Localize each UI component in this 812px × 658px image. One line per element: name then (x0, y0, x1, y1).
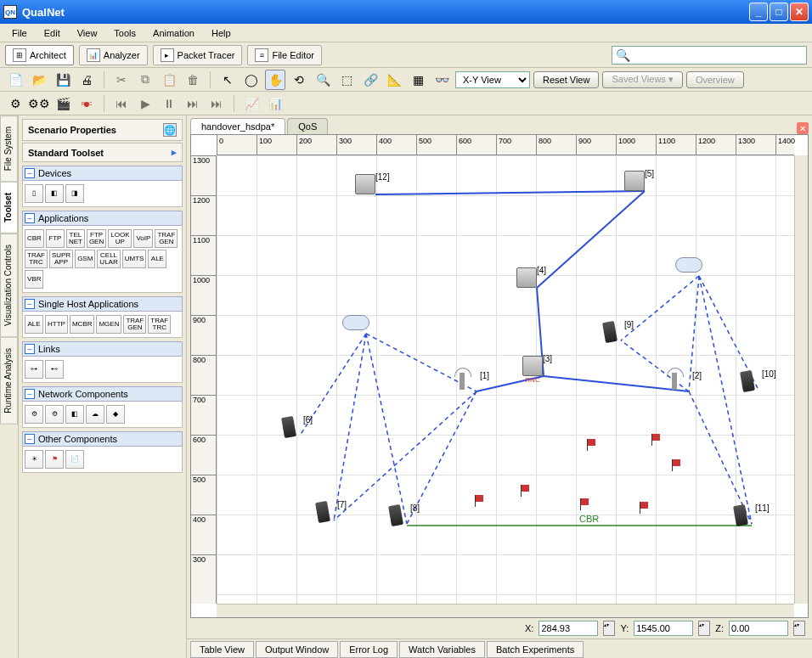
flag-4[interactable] (672, 459, 682, 471)
node-c2[interactable] (675, 257, 702, 273)
coord-z-input[interactable] (729, 621, 788, 636)
flag-6[interactable] (587, 439, 597, 451)
mode-analyzer[interactable]: 📊Analyzer (79, 45, 148, 65)
node-9[interactable]: [9] (604, 322, 616, 342)
clapper-button[interactable]: 🎬 (53, 93, 73, 114)
sidetab-visualization[interactable]: Visualization Controls (0, 233, 18, 337)
link-tool[interactable]: 🔗 (360, 70, 381, 90)
node-7[interactable]: [7] (317, 502, 329, 522)
menu-help[interactable]: Help (203, 26, 240, 40)
play-button[interactable]: ▶ (135, 93, 155, 114)
app-tool-VBR[interactable]: VBR (25, 270, 43, 289)
scenario-canvas[interactable]: 0100200300400500600700800900100011001200… (190, 134, 809, 618)
record-button[interactable]: ●REC (76, 93, 97, 114)
open-button[interactable]: 📂 (29, 70, 49, 90)
coord-x-input[interactable] (539, 621, 598, 636)
device-tool-1[interactable]: ▯ (25, 184, 43, 203)
grid-tool[interactable]: ▦ (408, 70, 428, 90)
pointer-tool[interactable]: ↖ (217, 70, 238, 90)
sh-tool-MCBR[interactable]: MCBR (70, 315, 95, 334)
other-header[interactable]: −Other Components (22, 431, 183, 447)
link-tool-1[interactable]: ⊶ (25, 360, 43, 379)
grid-area[interactable]: CBR [12][5][4][3]RNC[1][2][6][7][8][9][1… (217, 155, 794, 604)
app-tool-VoIP[interactable]: VoIP (133, 229, 153, 248)
flag-0[interactable] (475, 495, 485, 507)
tab-watch-variables[interactable]: Watch Variables (399, 641, 485, 658)
y-spinner[interactable]: ▴▾ (698, 621, 710, 636)
sh-tool-TRAFTRC[interactable]: TRAFTRC (148, 315, 171, 334)
search-box[interactable]: 🔍 (612, 46, 807, 65)
print-button[interactable]: 🖨 (76, 70, 97, 90)
link-tool-2[interactable]: ⊷ (45, 360, 64, 379)
sh-tool-TRAFGEN[interactable]: TRAFGEN (123, 315, 146, 334)
menu-animation[interactable]: Animation (144, 26, 203, 40)
view-select[interactable]: X-Y View (455, 71, 530, 88)
zoom-tool[interactable]: 🔍 (313, 70, 333, 90)
tab-error-log[interactable]: Error Log (340, 641, 398, 658)
menu-edit[interactable]: Edit (36, 26, 69, 40)
pause-button[interactable]: ⏸ (159, 93, 179, 114)
paste-button[interactable]: 📋 (159, 70, 179, 90)
node-1[interactable]: [1] (460, 373, 465, 390)
net-tool-4[interactable]: ☁ (86, 405, 104, 424)
delete-button[interactable]: 🗑 (183, 70, 203, 90)
app-tool-UMTS[interactable]: UMTS (122, 250, 147, 268)
cut-button[interactable]: ✂ (111, 70, 132, 90)
other-tool-1[interactable]: ☀ (25, 450, 43, 469)
x-spinner[interactable]: ▴▾ (603, 621, 615, 636)
node-c1[interactable] (342, 315, 369, 330)
menu-view[interactable]: View (69, 26, 106, 40)
save-button[interactable]: 💾 (53, 70, 73, 90)
node-4[interactable]: [4] (516, 267, 537, 288)
gears-button[interactable]: ⚙⚙ (29, 93, 49, 114)
hand-tool[interactable]: ✋ (265, 70, 285, 90)
lasso-tool[interactable]: ◯ (241, 70, 262, 90)
node-5[interactable]: [5] (624, 171, 645, 191)
config-button[interactable]: ⚙ (5, 93, 25, 114)
flag-3[interactable] (640, 502, 650, 514)
coord-y-input[interactable] (634, 621, 693, 636)
saved-views-button[interactable]: Saved Views ▾ (602, 71, 682, 88)
mode-file-editor[interactable]: ≡File Editor (247, 45, 322, 65)
step-button[interactable]: ⏭ (183, 93, 203, 114)
device-tool-3[interactable]: ◨ (65, 184, 84, 203)
device-tool-2[interactable]: ◧ (45, 184, 64, 203)
z-spinner[interactable]: ▴▾ (793, 621, 805, 636)
reset-view-button[interactable]: Reset View (533, 71, 599, 88)
scenario-properties-button[interactable]: Scenario Properties 🌐 (22, 119, 183, 141)
node-2[interactable]: [2] (672, 373, 677, 390)
chart-button[interactable]: 📈 (241, 93, 262, 114)
close-button[interactable]: ✕ (790, 3, 809, 21)
single-host-header[interactable]: −Single Host Applications (22, 296, 183, 312)
net-tool-1[interactable]: ⚙ (25, 405, 43, 424)
minimize-button[interactable]: _ (749, 3, 768, 21)
net-tool-5[interactable]: ◆ (106, 405, 125, 424)
app-tool-CBR[interactable]: CBR (25, 229, 44, 248)
stats-button[interactable]: 📊 (265, 93, 285, 114)
canvas-tab-qos[interactable]: QoS (287, 118, 328, 134)
sidetab-file-system[interactable]: File System (0, 115, 18, 182)
sidetab-toolset[interactable]: Toolset (0, 182, 18, 233)
other-tool-2[interactable]: ⚑ (45, 450, 64, 469)
app-tool-TRAFTRC[interactable]: TRAFTRC (25, 250, 48, 268)
app-tool-CELLULAR[interactable]: CELLULAR (97, 250, 120, 268)
net-tool-3[interactable]: ◧ (65, 405, 84, 424)
network-header[interactable]: −Network Components (22, 386, 183, 402)
rotate-tool[interactable]: ⟲ (289, 70, 309, 90)
sh-tool-ALE[interactable]: ALE (25, 315, 43, 334)
tab-output-window[interactable]: Output Window (256, 641, 338, 658)
maximize-button[interactable]: □ (770, 3, 788, 21)
sh-tool-HTTP[interactable]: HTTP (45, 315, 68, 334)
glasses-tool[interactable]: 👓 (431, 70, 452, 90)
devices-header[interactable]: −Devices (22, 166, 183, 181)
flag-5[interactable] (651, 434, 662, 446)
scrollbar-horizontal[interactable] (217, 604, 794, 617)
app-tool-SUPRAPP[interactable]: SUPRAPP (49, 250, 73, 268)
overview-button[interactable]: Overview (686, 71, 744, 88)
copy-button[interactable]: ⧉ (135, 70, 155, 90)
other-tool-3[interactable]: 📄 (65, 450, 84, 469)
zoom-region-tool[interactable]: ⬚ (336, 70, 357, 90)
menu-file[interactable]: File (3, 26, 36, 40)
app-tool-TELNET[interactable]: TELNET (66, 229, 85, 248)
app-tool-GSM[interactable]: GSM (75, 250, 95, 268)
